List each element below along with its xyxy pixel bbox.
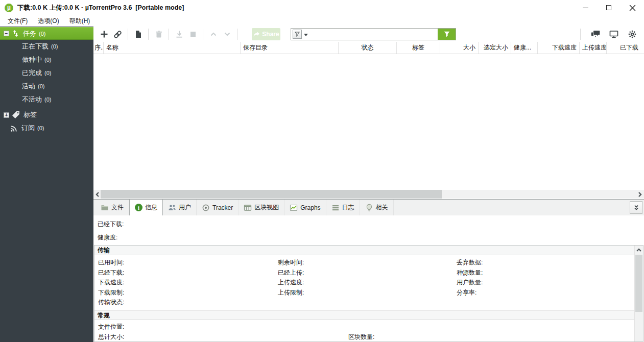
remove-button[interactable]: [152, 28, 165, 41]
minimize-button[interactable]: [574, 0, 597, 15]
remote-devices-button[interactable]: [607, 28, 621, 41]
menu-help[interactable]: 帮助(H): [64, 17, 96, 26]
remaining-time-label: 剩余时间:: [278, 258, 304, 268]
add-torrent-url-button[interactable]: [111, 28, 125, 41]
menu-options[interactable]: 选项(O): [33, 17, 64, 26]
tab-peers[interactable]: 用户: [163, 200, 197, 215]
collapse-expander-icon[interactable]: −: [4, 31, 9, 36]
downloaded-label: 已经下载:: [98, 268, 124, 279]
peers-label: 用户数量:: [457, 278, 483, 288]
column-header-health[interactable]: 健康...: [511, 42, 538, 54]
plus-icon: [100, 30, 108, 38]
share-icon: [253, 31, 260, 38]
horizontal-scrollbar-thumb[interactable]: [101, 190, 442, 199]
sidebar-item-active[interactable]: 活动 (0): [0, 80, 93, 93]
vertical-scrollbar-thumb[interactable]: [635, 255, 642, 312]
detail-tabbar: 文件 i 信息 用户 Tracker 区块视图 Graphs: [93, 199, 644, 215]
toolbar: Share: [93, 27, 644, 42]
total-size-label: 总计大小:: [98, 333, 124, 341]
sidebar-item-feeds[interactable]: 订阅 (0): [0, 121, 93, 135]
sidebar-item-label: 任务: [23, 29, 36, 38]
filter-dropdown-caret-icon[interactable]: [304, 31, 308, 38]
chat-button[interactable]: [588, 28, 602, 41]
tab-pieces[interactable]: 区块视图: [238, 200, 284, 215]
upload-speed-label: 上传速度:: [278, 278, 304, 288]
filter-funnel-button[interactable]: [293, 30, 302, 39]
apply-filter-button[interactable]: [438, 29, 456, 40]
files-icon: [101, 204, 109, 212]
tab-files[interactable]: 文件: [96, 200, 129, 215]
tab-info[interactable]: i 信息: [129, 200, 163, 215]
column-header-down-speed[interactable]: 下载速度: [538, 42, 580, 54]
expand-expander-icon[interactable]: +: [4, 112, 9, 118]
sidebar-item-downloading[interactable]: 正在下载 (0): [0, 40, 93, 53]
pieces-count-label: 区块数量:: [348, 333, 374, 341]
utorrent-logo-icon: µ: [5, 4, 13, 12]
column-header-selected-size[interactable]: 选定大小: [479, 42, 511, 54]
transfer-section-header: 传输: [94, 246, 634, 255]
titlebar: µ 下载:0.0 K 上传:0.0 K - µTorrentPro 3.6 [P…: [0, 0, 644, 15]
toolbar-separator: [128, 29, 128, 40]
sidebar-item-completed[interactable]: 已完成 (0): [0, 66, 93, 80]
share-button[interactable]: Share: [252, 28, 280, 40]
settings-button[interactable]: [625, 28, 639, 41]
sidebar-item-seeding[interactable]: 做种中 (0): [0, 53, 93, 66]
share-label: Share: [262, 31, 279, 38]
sidebar-item-labels[interactable]: + 标签: [0, 108, 93, 121]
menu-file[interactable]: 文件(F): [3, 17, 33, 26]
column-header-downloaded[interactable]: 已下载: [607, 42, 641, 54]
column-header-label[interactable]: 标签: [397, 42, 440, 54]
tab-tracker[interactable]: Tracker: [197, 200, 238, 215]
tab-graphs[interactable]: Graphs: [284, 200, 326, 215]
column-header-status[interactable]: 状态: [339, 42, 397, 54]
collapse-detail-button[interactable]: [630, 201, 642, 214]
close-icon: [629, 5, 636, 11]
chevron-up-icon: [636, 248, 641, 252]
seeds-label: 种源数量:: [457, 268, 483, 279]
move-up-queue-button[interactable]: [206, 28, 220, 41]
horizontal-scrollbar: [93, 190, 644, 199]
move-down-queue-button[interactable]: [220, 28, 234, 41]
menubar: 文件(F) 选项(O) 帮助(H): [0, 15, 644, 27]
sidebar-item-inactive[interactable]: 不活动 (0): [0, 93, 93, 106]
torrent-list-area: [93, 54, 644, 190]
column-header-size[interactable]: 大小: [440, 42, 479, 54]
tab-logger[interactable]: 日志: [326, 200, 360, 215]
maximize-button[interactable]: [597, 0, 621, 15]
column-header-name[interactable]: 名称: [104, 42, 241, 54]
close-button[interactable]: [621, 0, 644, 15]
sidebar: − 任务 (0) 正在下载 (0) 做种中 (0) 已完成 (0) 活动 (0)…: [0, 27, 93, 342]
tab-related[interactable]: 相关: [360, 200, 394, 215]
transfer-status-label: 传输状态:: [98, 298, 124, 308]
logger-lines-icon: [331, 204, 340, 212]
column-header-up-speed[interactable]: 上传速度: [580, 42, 607, 54]
column-header-order[interactable]: 序...: [93, 42, 104, 54]
upload-limit-label: 上传限制:: [278, 288, 304, 299]
start-button[interactable]: [172, 28, 186, 41]
search-input[interactable]: [308, 29, 438, 39]
transfers-icon: [12, 30, 19, 37]
minimize-icon: [583, 8, 588, 8]
wasted-label: 丢弃数据:: [457, 258, 483, 268]
sidebar-item-tasks[interactable]: − 任务 (0): [0, 27, 93, 40]
lightbulb-icon: [365, 204, 373, 212]
chevron-down-icon: [223, 30, 231, 38]
window-controls: [574, 0, 644, 15]
scroll-right-button[interactable]: [636, 190, 644, 199]
add-torrent-button[interactable]: [97, 28, 111, 41]
column-header-save-dir[interactable]: 保存目录: [241, 42, 339, 54]
scroll-up-button[interactable]: [635, 246, 643, 254]
trash-icon: [155, 30, 163, 38]
rss-icon: [10, 125, 18, 132]
tag-icon: [12, 111, 20, 119]
toolbar-separator: [203, 29, 203, 40]
app-window: µ 下载:0.0 K 上传:0.0 K - µTorrentPro 3.6 [P…: [0, 0, 644, 342]
pieces-grid-icon: [244, 204, 252, 212]
toolbar-separator: [169, 29, 169, 40]
create-torrent-button[interactable]: [131, 28, 145, 41]
graph-icon: [290, 204, 298, 212]
stop-button[interactable]: [186, 28, 200, 41]
download-icon: [175, 30, 183, 38]
elapsed-time-label: 已用时间:: [98, 258, 124, 268]
monitor-icon: [609, 30, 618, 38]
